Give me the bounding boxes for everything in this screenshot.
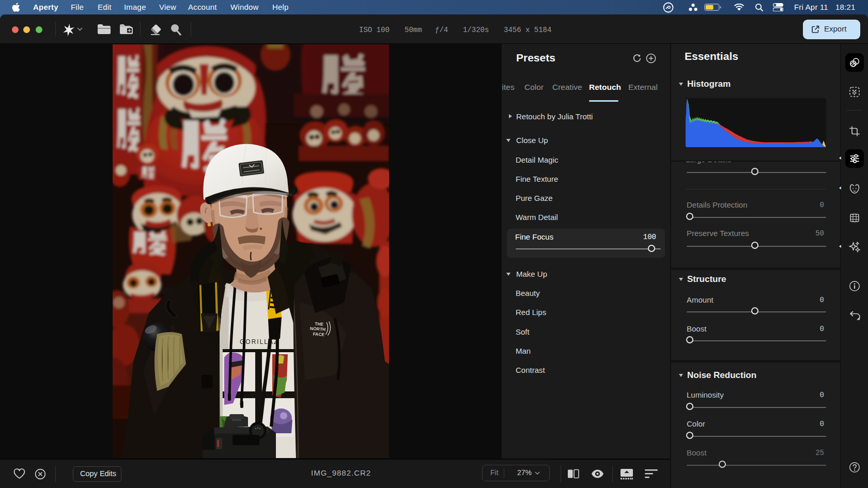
svg-text:FACE: FACE bbox=[313, 331, 325, 337]
